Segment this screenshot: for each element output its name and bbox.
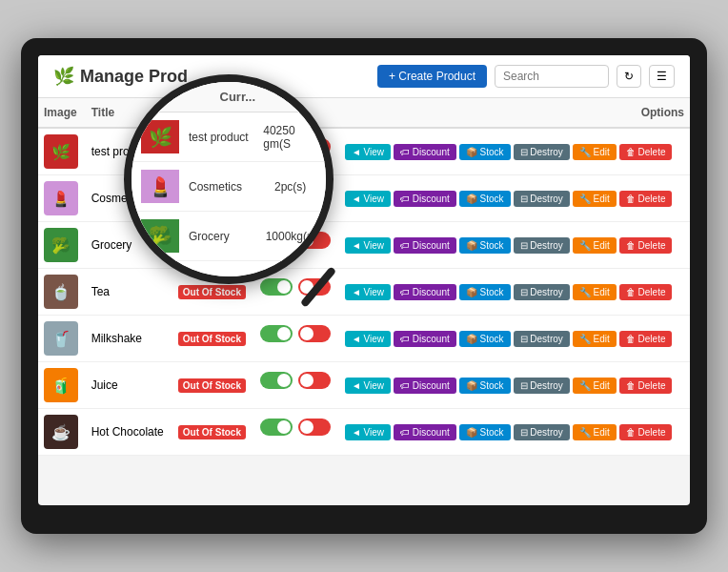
toggle-on[interactable]: [260, 325, 293, 342]
delete-button[interactable]: 🗑 Delete: [619, 424, 673, 440]
magnifier-content: Title Curr... 🌿test product40250 gm(S💄Co…: [131, 82, 326, 276]
create-product-button[interactable]: + Create Product: [377, 65, 487, 88]
destroy-button[interactable]: ⊟ Destroy: [514, 237, 570, 254]
discount-button[interactable]: 🏷 Discount: [394, 284, 456, 300]
magnifier-value: 2pc(s): [274, 180, 306, 194]
product-actions-cell: ◄ View🏷 Discount📦 Stock⊟ Destroy🔧 Edit🗑 …: [339, 175, 690, 222]
product-image-cell: 💄: [38, 175, 86, 222]
product-actions-cell: ◄ View🏷 Discount📦 Stock⊟ Destroy🔧 Edit🗑 …: [339, 269, 690, 316]
screen: 🌿 Manage Prod + Create Product ↻ ☰ Image…: [38, 55, 690, 505]
stock-button[interactable]: 📦 Stock: [459, 191, 511, 207]
magnifier-title: Grocery: [189, 230, 256, 243]
product-toggle-cell: [254, 362, 339, 395]
toggle-on[interactable]: [260, 419, 293, 436]
product-status-cell: Out Of Stock: [172, 362, 254, 409]
product-actions-cell: ◄ View🏷 Discount📦 Stock⊟ Destroy🔧 Edit🗑 …: [339, 128, 690, 175]
logo-icon: 🌿: [53, 66, 74, 87]
mag-col1: Title: [147, 90, 172, 104]
stock-button[interactable]: 📦 Stock: [459, 237, 511, 254]
stock-button[interactable]: 📦 Stock: [459, 331, 511, 347]
edit-button[interactable]: 🔧 Edit: [573, 144, 617, 160]
product-title-cell: Hot Chocolate: [86, 409, 172, 456]
magnifier-title: Cosmetics: [189, 180, 265, 194]
mag-col2: Curr...: [220, 90, 256, 104]
view-button[interactable]: ◄ View: [345, 284, 391, 300]
magnifier-title: test product: [189, 131, 253, 144]
product-image-cell: 🥤: [38, 316, 86, 362]
toggle-off[interactable]: [298, 419, 331, 436]
product-toggle-cell: [254, 409, 339, 441]
edit-button[interactable]: 🔧 Edit: [573, 284, 617, 300]
discount-button[interactable]: 🏷 Discount: [394, 237, 456, 254]
product-image-cell: 🥦: [38, 222, 86, 269]
stock-button[interactable]: 📦 Stock: [459, 144, 511, 160]
discount-button[interactable]: 🏷 Discount: [394, 424, 456, 440]
delete-button[interactable]: 🗑 Delete: [619, 237, 673, 254]
edit-button[interactable]: 🔧 Edit: [573, 191, 617, 207]
magnifier-value: 1000kg(s): [266, 230, 316, 243]
product-status-cell: Out Of Stock: [172, 409, 254, 456]
edit-button[interactable]: 🔧 Edit: [573, 378, 617, 394]
laptop-frame: 🌿 Manage Prod + Create Product ↻ ☰ Image…: [21, 38, 707, 534]
edit-button[interactable]: 🔧 Edit: [573, 331, 617, 347]
magnifier-row: 🌿test product40250 gm(S: [131, 112, 326, 162]
view-button[interactable]: ◄ View: [345, 144, 391, 160]
product-image-cell: ☕: [38, 409, 86, 456]
view-button[interactable]: ◄ View: [345, 191, 391, 207]
destroy-button[interactable]: ⊟ Destroy: [514, 144, 570, 160]
view-button[interactable]: ◄ View: [345, 378, 391, 394]
product-image-cell: 🍵: [38, 269, 86, 316]
product-title-cell: Juice: [86, 362, 172, 409]
discount-button[interactable]: 🏷 Discount: [394, 378, 456, 394]
delete-button[interactable]: 🗑 Delete: [619, 144, 673, 160]
magnifier-row: 💄Cosmetics2pc(s): [131, 162, 326, 212]
col-image: Image: [38, 98, 86, 128]
toggle-on[interactable]: [260, 278, 293, 296]
delete-button[interactable]: 🗑 Delete: [619, 331, 673, 347]
product-actions-cell: ◄ View🏷 Discount📦 Stock⊟ Destroy🔧 Edit🗑 …: [339, 362, 690, 409]
edit-button[interactable]: 🔧 Edit: [573, 424, 617, 440]
delete-button[interactable]: 🗑 Delete: [619, 378, 673, 394]
destroy-button[interactable]: ⊟ Destroy: [514, 191, 570, 207]
discount-button[interactable]: 🏷 Discount: [394, 144, 456, 160]
product-actions-cell: ◄ View🏷 Discount📦 Stock⊟ Destroy🔧 Edit🗑 …: [339, 222, 690, 269]
magnifier-value: 40250 gm(S: [263, 124, 316, 151]
magnifier-header: Title Curr...: [131, 82, 326, 112]
table-row: ☕Hot ChocolateOut Of Stock◄ View🏷 Discou…: [38, 409, 690, 456]
magnifier-overlay: Title Curr... 🌿test product40250 gm(S💄Co…: [124, 74, 334, 284]
view-button[interactable]: ◄ View: [345, 424, 391, 440]
table-row: 🧃JuiceOut Of Stock◄ View🏷 Discount📦 Stoc…: [38, 362, 690, 409]
destroy-button[interactable]: ⊟ Destroy: [514, 424, 570, 440]
col-options: Options: [339, 98, 690, 128]
product-status-cell: Out Of Stock: [172, 316, 254, 362]
edit-button[interactable]: 🔧 Edit: [573, 237, 617, 254]
destroy-button[interactable]: ⊟ Destroy: [514, 331, 570, 347]
view-button[interactable]: ◄ View: [345, 237, 391, 254]
product-image-cell: 🌿: [38, 128, 86, 175]
delete-button[interactable]: 🗑 Delete: [619, 284, 673, 300]
toggle-off[interactable]: [298, 372, 331, 389]
discount-button[interactable]: 🏷 Discount: [394, 191, 456, 207]
stock-button[interactable]: 📦 Stock: [459, 284, 511, 300]
destroy-button[interactable]: ⊟ Destroy: [514, 378, 570, 394]
product-title-cell: Milkshake: [86, 316, 172, 362]
toggle-on[interactable]: [260, 372, 293, 389]
search-input[interactable]: [495, 65, 609, 88]
view-button[interactable]: ◄ View: [345, 331, 391, 347]
product-toggle-cell: [254, 316, 339, 348]
stock-button[interactable]: 📦 Stock: [459, 424, 511, 440]
stock-button[interactable]: 📦 Stock: [459, 378, 511, 394]
toggle-off[interactable]: [298, 325, 331, 342]
refresh-button[interactable]: ↻: [617, 65, 641, 88]
delete-button[interactable]: 🗑 Delete: [619, 191, 673, 207]
menu-button[interactable]: ☰: [649, 65, 675, 88]
table-row: 🥤MilkshakeOut Of Stock◄ View🏷 Discount📦 …: [38, 316, 690, 362]
product-actions-cell: ◄ View🏷 Discount📦 Stock⊟ Destroy🔧 Edit🗑 …: [339, 409, 690, 456]
toolbar: + Create Product ↻ ☰: [377, 65, 675, 88]
destroy-button[interactable]: ⊟ Destroy: [514, 284, 570, 300]
product-image-cell: 🧃: [38, 362, 86, 409]
discount-button[interactable]: 🏷 Discount: [394, 331, 456, 347]
product-actions-cell: ◄ View🏷 Discount📦 Stock⊟ Destroy🔧 Edit🗑 …: [339, 316, 690, 362]
magnifier-row: 🥦Grocery1000kg(s): [131, 212, 326, 261]
